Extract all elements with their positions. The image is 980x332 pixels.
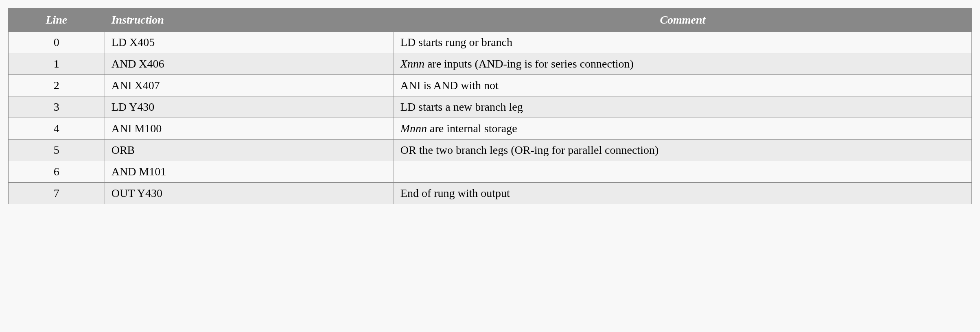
cell-comment: LD starts rung or branch [394,32,971,53]
cell-line: 4 [9,118,105,140]
cell-line: 0 [9,32,105,53]
cell-comment: LD starts a new branch leg [394,96,971,118]
comment-suffix: End of rung with output [400,187,510,199]
instruction-table: Line Instruction Comment 0LD X405LD star… [8,8,972,204]
cell-instruction: AND M101 [105,161,394,183]
cell-instruction: ANI X407 [105,75,394,96]
table-row: 7OUT Y430End of rung with output [9,183,972,204]
comment-suffix: are internal storage [427,122,517,135]
cell-instruction: LD Y430 [105,96,394,118]
comment-suffix: LD starts rung or branch [400,36,512,48]
comment-suffix: OR the two branch legs (OR-ing for paral… [400,144,658,156]
cell-comment [394,161,971,183]
table-row: 6AND M101 [9,161,972,183]
cell-comment: OR the two branch legs (OR-ing for paral… [394,140,971,161]
comment-suffix: are inputs (AND-ing is for series connec… [424,57,634,70]
table-header-row: Line Instruction Comment [9,9,972,32]
cell-instruction: LD X405 [105,32,394,53]
header-instruction: Instruction [105,9,394,32]
cell-comment: End of rung with output [394,183,971,204]
cell-comment: ANI is AND with not [394,75,971,96]
table-row: 3LD Y430LD starts a new branch leg [9,96,972,118]
cell-comment: Mnnn are internal storage [394,118,971,140]
cell-line: 1 [9,53,105,75]
cell-instruction: ANI M100 [105,118,394,140]
table-row: 5ORBOR the two branch legs (OR-ing for p… [9,140,972,161]
cell-line: 7 [9,183,105,204]
comment-suffix: LD starts a new branch leg [400,100,523,113]
table-row: 1AND X406Xnnn are inputs (AND-ing is for… [9,53,972,75]
cell-line: 2 [9,75,105,96]
cell-instruction: ORB [105,140,394,161]
cell-comment: Xnnn are inputs (AND-ing is for series c… [394,53,971,75]
table-row: 4ANI M100Mnnn are internal storage [9,118,972,140]
table-row: 0LD X405LD starts rung or branch [9,32,972,53]
comment-suffix: ANI is AND with not [400,79,499,92]
cell-line: 5 [9,140,105,161]
comment-italic: Mnnn [400,122,427,135]
table-row: 2ANI X407ANI is AND with not [9,75,972,96]
cell-instruction: AND X406 [105,53,394,75]
comment-italic: Xnnn [400,57,424,70]
cell-line: 3 [9,96,105,118]
header-line: Line [9,9,105,32]
header-comment: Comment [394,9,971,32]
cell-instruction: OUT Y430 [105,183,394,204]
cell-line: 6 [9,161,105,183]
